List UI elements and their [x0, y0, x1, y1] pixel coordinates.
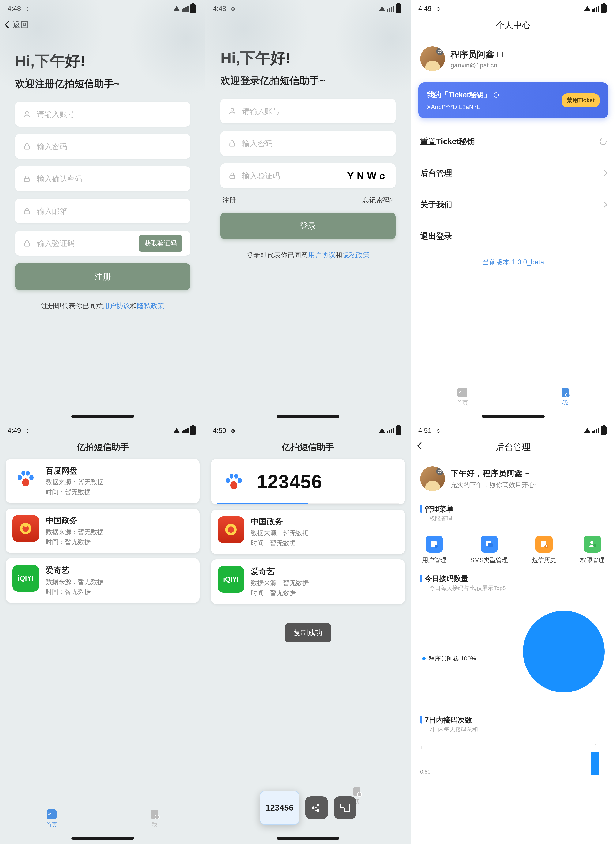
- svg-point-5: [231, 108, 234, 111]
- dock: 123456: [260, 791, 356, 825]
- tile-permission[interactable]: 权限管理: [580, 536, 604, 564]
- section-indicator-icon: [420, 716, 422, 724]
- share-icon: [312, 803, 321, 812]
- tab-me[interactable]: 我: [560, 388, 570, 407]
- get-code-button[interactable]: 获取验证码: [139, 235, 182, 251]
- nav-handle[interactable]: [277, 415, 339, 418]
- register-link[interactable]: 注册: [222, 196, 236, 205]
- cast-button[interactable]: [334, 796, 356, 819]
- back-button[interactable]: [417, 442, 425, 450]
- svg-rect-1: [25, 146, 29, 149]
- face-icon: ☺: [436, 6, 441, 12]
- account-input[interactable]: 请输入账号: [15, 102, 190, 126]
- login-button[interactable]: 登录: [220, 213, 395, 239]
- pie-legend: 程序员阿鑫 100%: [422, 655, 476, 663]
- menu-about[interactable]: 关于我们: [411, 189, 616, 220]
- page-title: 亿拍短信助手: [0, 439, 205, 459]
- baidu-icon: [219, 466, 249, 497]
- nav-handle[interactable]: [277, 837, 339, 840]
- terminal-icon: [458, 388, 467, 398]
- tile-sms-type[interactable]: SMS类型管理: [470, 536, 508, 564]
- chevron-right-icon: [601, 201, 607, 207]
- screen-login: 4:48☺ Hi,下午好! 欢迎登录亿拍短信助手~ 请输入账号 输入密码 输入验…: [205, 0, 411, 422]
- tab-bar: 首页 我: [411, 384, 616, 411]
- wifi-icon: [584, 6, 591, 12]
- privacy-policy-link[interactable]: 隐私政策: [342, 251, 370, 259]
- refresh-icon: [598, 137, 608, 146]
- section-subtitle: 7日内每天接码总和: [429, 726, 478, 734]
- svg-point-11: [228, 526, 234, 533]
- menu-logout[interactable]: 退出登录: [411, 220, 616, 252]
- battery-icon: [396, 4, 401, 13]
- code-input[interactable]: 输入验证码YNWc: [220, 163, 395, 188]
- code-value: 123456: [257, 471, 322, 493]
- tab-home[interactable]: 首页: [46, 809, 57, 829]
- user-agreement-link[interactable]: 用户协议: [103, 302, 130, 310]
- nav-handle[interactable]: [482, 415, 545, 418]
- sms-card-baidu[interactable]: 百度网盘数据来源：暂无数据时间：暂无数据: [6, 459, 199, 503]
- chevron-right-icon: [601, 170, 607, 176]
- tile-sms-history[interactable]: 短信历史: [532, 536, 556, 564]
- privacy-policy-link[interactable]: 隐私政策: [137, 302, 164, 310]
- section-subtitle: 今日每人接码占比,仅展示Top5: [429, 584, 506, 592]
- tab-home[interactable]: 首页: [457, 388, 468, 407]
- iqiyi-icon: iQIYI: [12, 565, 39, 592]
- svg-rect-2: [25, 178, 29, 182]
- nav-handle[interactable]: [71, 837, 134, 840]
- sms-card-iqiyi[interactable]: iQIYI 爱奇艺数据来源：暂无数据时间：暂无数据: [211, 559, 405, 604]
- password-confirm-input[interactable]: 输入确认密码: [15, 166, 190, 191]
- sms-type-icon: [481, 536, 498, 553]
- code-card[interactable]: 123456: [211, 459, 405, 504]
- menu-admin[interactable]: 后台管理: [411, 157, 616, 189]
- tile-user-mgmt[interactable]: 用户管理: [422, 536, 446, 564]
- greeting-row: 烦 下午好，程序员阿鑫 ~充实的下午，愿你高效且开心~: [411, 459, 616, 499]
- forgot-password-link[interactable]: 忘记密码?: [362, 196, 394, 205]
- user-mgmt-icon: [426, 536, 443, 553]
- clipboard-card[interactable]: 123456: [260, 791, 299, 825]
- version-text: 当前版本:1.0.0_beta: [411, 258, 616, 267]
- svg-point-19: [593, 544, 596, 547]
- captcha-image[interactable]: YNWc: [347, 170, 388, 181]
- disable-ticket-button[interactable]: 禁用Ticket: [562, 94, 600, 107]
- register-button[interactable]: 注册: [15, 263, 190, 290]
- sms-card-gov[interactable]: 中国政务数据来源：暂无数据时间：暂无数据: [6, 509, 199, 553]
- sms-card-gov[interactable]: 中国政务数据来源：暂无数据时间：暂无数据: [211, 510, 405, 554]
- password-input[interactable]: 输入密码: [15, 134, 190, 159]
- gov-emblem-icon: [12, 515, 39, 542]
- document-icon: [150, 809, 159, 819]
- status-bar: 4:49☺: [0, 422, 205, 439]
- tab-bar: 首页 我: [0, 806, 205, 832]
- agreement-text: 登录即代表你已同意用户协议和隐私政策: [220, 251, 395, 260]
- user-agreement-link[interactable]: 用户协议: [308, 251, 335, 259]
- link-icon: [494, 92, 499, 98]
- tab-me[interactable]: 我: [150, 809, 159, 829]
- ticket-card: 我的「Ticket秘钥」 XAnpf****DfL2aN7L 禁用Ticket: [418, 82, 609, 118]
- edit-icon[interactable]: [497, 52, 503, 57]
- signal-icon: [182, 428, 189, 433]
- screen-home-code: 4:50☺ 亿拍短信助手 123456 中国政务数据来源：暂无数据时间：暂无数据…: [205, 422, 411, 844]
- baidu-icon: [12, 465, 39, 492]
- email-input[interactable]: 输入邮箱: [15, 199, 190, 223]
- document-icon: [560, 388, 570, 398]
- lock-icon: [23, 142, 31, 151]
- cast-icon: [340, 804, 351, 812]
- svg-rect-6: [230, 143, 235, 146]
- permission-icon: [584, 536, 601, 553]
- share-button[interactable]: [305, 796, 328, 819]
- status-bar: 4:50☺: [205, 422, 411, 439]
- page-title: 个人中心: [411, 18, 616, 37]
- face-icon: ☺: [230, 427, 236, 434]
- password-input[interactable]: 输入密码: [220, 131, 395, 156]
- bar-chart: 1 0.80 1: [420, 744, 607, 775]
- account-input[interactable]: 请输入账号: [220, 99, 395, 123]
- svg-rect-3: [25, 211, 29, 214]
- toast-message: 复制成功: [285, 623, 331, 643]
- face-icon: ☺: [25, 427, 31, 434]
- code-input[interactable]: 输入验证码获取验证码: [15, 231, 190, 256]
- nav-handle[interactable]: [71, 415, 134, 418]
- profile-header[interactable]: 烦 程序员阿鑫 gaoxin@1pat.cn: [411, 37, 616, 82]
- avatar: 烦: [420, 46, 445, 71]
- sms-card-iqiyi[interactable]: iQIYI 爱奇艺数据来源：暂无数据时间：暂无数据: [6, 558, 199, 603]
- signal-icon: [592, 6, 599, 12]
- menu-reset-ticket[interactable]: 重置Ticket秘钥: [411, 126, 616, 157]
